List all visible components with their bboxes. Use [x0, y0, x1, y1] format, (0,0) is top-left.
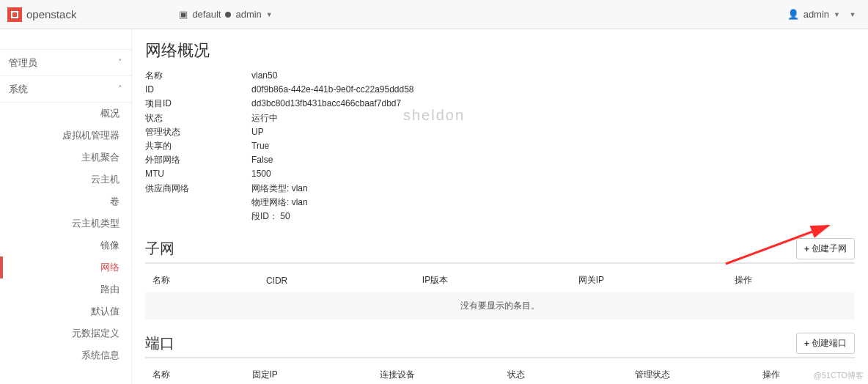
settings-menu[interactable]: ▼ [845, 11, 861, 18]
subnets-table: 名称 CIDR IP版本 网关IP 操作 没有要显示的条目。 [145, 268, 855, 320]
project-label: admin [235, 9, 261, 20]
sidebar-item-routers[interactable]: 路由 [0, 278, 131, 300]
sidebar: 管理员 ˄ 系统 ˄ 概况 虚拟机管理器 主机聚合 云主机 卷 云主机类型 镜像… [0, 29, 132, 384]
user-icon: 👤 [787, 9, 799, 20]
plus-icon: + [804, 244, 809, 254]
domain-label: default [192, 9, 221, 20]
ports-header: 端口 +创建端口 [145, 333, 855, 358]
ports-table: 名称 固定IP 连接设备 状态 管理状态 操作 没有要显示的条目。 [145, 363, 855, 384]
sidebar-item-metadata[interactable]: 元数据定义 [0, 322, 131, 344]
top-bar: openstack ▣ default admin ▼ 👤 admin ▼ ▼ [0, 0, 868, 29]
chevron-down-icon: ▼ [266, 11, 273, 18]
ports-title: 端口 [145, 333, 174, 353]
sidebar-item-images[interactable]: 镜像 [0, 235, 131, 256]
chevron-up-icon: ˄ [118, 84, 122, 94]
user-menu[interactable]: 👤 admin ▼ [787, 9, 840, 20]
sidebar-item-system-info[interactable]: 系统信息 [0, 344, 131, 366]
chevron-up-icon: ˄ [118, 58, 122, 67]
sidebar-item-overview[interactable]: 概况 [0, 103, 131, 125]
brand-text: openstack [26, 8, 76, 21]
sidebar-item-volumes[interactable]: 卷 [0, 191, 131, 213]
sidebar-group-system[interactable]: 系统 ˄ [0, 76, 131, 103]
subnets-empty: 没有要显示的条目。 [145, 292, 855, 320]
footer-attribution: @51CTO博客 [814, 370, 864, 381]
project-selector[interactable]: ▣ default admin ▼ [179, 9, 272, 20]
plus-icon: + [804, 339, 809, 349]
sidebar-item-flavors[interactable]: 云主机类型 [0, 213, 131, 235]
sidebar-item-host-aggregates[interactable]: 主机聚合 [0, 147, 131, 169]
main-content: 网络概况 sheldon 名称vlan50 IDd0f9b86a-442e-44… [132, 29, 868, 384]
dot-icon [225, 12, 231, 18]
create-port-button[interactable]: +创建端口 [796, 333, 855, 354]
user-label: admin [803, 9, 829, 20]
chevron-down-icon: ▼ [834, 11, 840, 18]
sidebar-item-hypervisors[interactable]: 虚拟机管理器 [0, 125, 131, 147]
network-overview: 名称vlan50 IDd0f9b86a-442e-441b-9e0f-cc22a… [145, 69, 855, 224]
brand-logo[interactable]: openstack [7, 7, 76, 22]
sidebar-item-defaults[interactable]: 默认值 [0, 300, 131, 322]
subnets-header: 子网 +创建子网 [145, 238, 855, 264]
sidebar-item-instances[interactable]: 云主机 [0, 169, 131, 191]
create-subnet-button[interactable]: +创建子网 [796, 238, 855, 259]
sidebar-group-admin[interactable]: 管理员 ˄ [0, 50, 131, 76]
domain-icon: ▣ [179, 9, 188, 20]
chevron-down-icon: ▼ [850, 11, 856, 18]
sidebar-item-networks[interactable]: 网络 [0, 256, 131, 278]
subnets-title: 子网 [145, 239, 174, 259]
brand-icon [7, 7, 22, 22]
page-title: 网络概况 [145, 40, 855, 62]
